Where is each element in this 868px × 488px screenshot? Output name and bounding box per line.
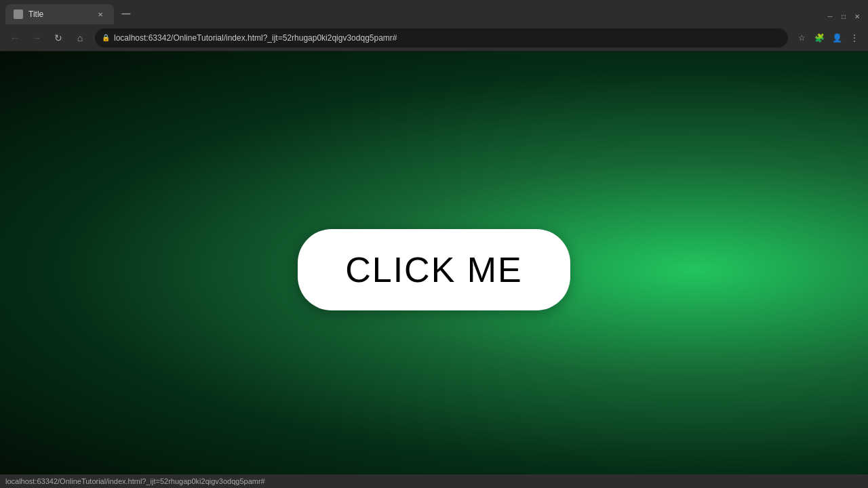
tab-title: Title (28, 9, 90, 19)
status-bar: localhost:63342/OnlineTutorial/index.htm… (0, 474, 868, 488)
page-content: CLICK ME (0, 52, 868, 488)
forward-button[interactable]: → (27, 28, 46, 47)
more-menu-icon[interactable]: ⋮ (846, 30, 863, 46)
tab-favicon (14, 9, 23, 19)
toolbar-actions: ☆ 🧩 👤 ⋮ (793, 30, 863, 46)
address-bar[interactable]: 🔒 localhost:63342/OnlineTutorial/index.h… (95, 28, 788, 47)
home-button[interactable]: ⌂ (71, 28, 90, 47)
tab-close-button[interactable]: ✕ (95, 9, 106, 20)
back-button[interactable]: ← (5, 28, 24, 47)
address-text: localhost:63342/OnlineTutorial/index.htm… (114, 33, 781, 43)
active-tab[interactable]: Title ✕ (5, 4, 114, 24)
lock-icon: 🔒 (102, 34, 110, 41)
profile-icon[interactable]: 👤 (829, 30, 845, 46)
browser-chrome: Title ✕ ─ ─ □ ✕ ← → ↻ ⌂ 🔒 localhost:6334… (0, 0, 868, 52)
extensions-icon[interactable]: 🧩 (811, 30, 827, 46)
window-controls: ─ □ ✕ (825, 11, 863, 22)
minimize-button[interactable]: ─ (825, 11, 835, 22)
browser-toolbar: ← → ↻ ⌂ 🔒 localhost:63342/OnlineTutorial… (0, 24, 868, 52)
close-window-button[interactable]: ✕ (852, 11, 863, 22)
bookmark-icon[interactable]: ☆ (793, 30, 810, 46)
maximize-button[interactable]: □ (838, 11, 849, 22)
click-me-button[interactable]: CLICK ME (298, 229, 570, 310)
tab-bar: Title ✕ ─ ─ □ ✕ (0, 0, 868, 24)
status-text: localhost:63342/OnlineTutorial/index.htm… (5, 477, 265, 485)
refresh-button[interactable]: ↻ (49, 28, 68, 47)
new-tab-button[interactable]: ─ (117, 4, 136, 23)
